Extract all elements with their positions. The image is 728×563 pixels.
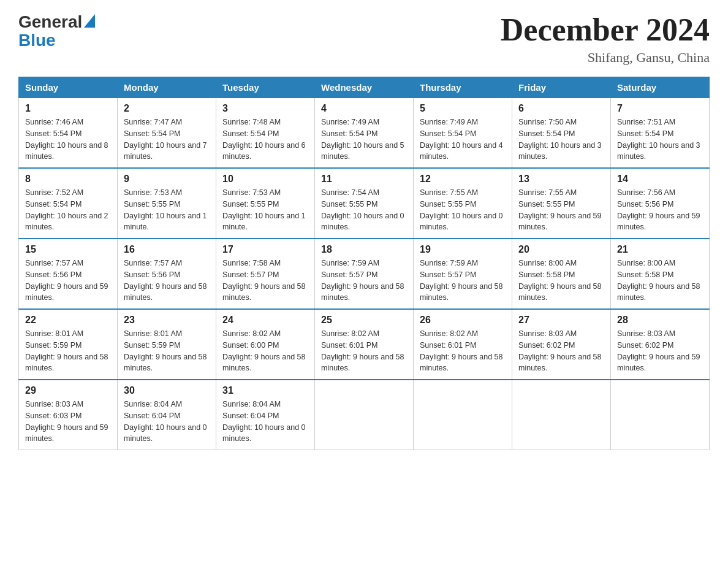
day-info: Sunrise: 7:59 AMSunset: 5:57 PMDaylight:… (321, 259, 404, 302)
calendar-cell: 18 Sunrise: 7:59 AMSunset: 5:57 PMDaylig… (315, 239, 414, 309)
calendar-cell (512, 380, 611, 450)
calendar-cell: 1 Sunrise: 7:46 AMSunset: 5:54 PMDayligh… (19, 98, 118, 169)
day-number: 9 (124, 174, 210, 185)
day-info: Sunrise: 7:46 AMSunset: 5:54 PMDaylight:… (25, 118, 108, 161)
day-info: Sunrise: 7:50 AMSunset: 5:54 PMDaylight:… (518, 118, 602, 161)
calendar-cell: 8 Sunrise: 7:52 AMSunset: 5:54 PMDayligh… (19, 168, 118, 239)
day-number: 18 (321, 244, 407, 255)
calendar-cell: 11 Sunrise: 7:54 AMSunset: 5:55 PMDaylig… (315, 168, 414, 239)
day-number: 12 (420, 174, 506, 185)
day-info: Sunrise: 7:53 AMSunset: 5:55 PMDaylight:… (222, 188, 306, 231)
logo: General Blue (18, 12, 95, 50)
page-header: General Blue December 2024 Shifang, Gans… (18, 12, 710, 66)
column-header-thursday: Thursday (414, 77, 512, 98)
day-info: Sunrise: 7:49 AMSunset: 5:54 PMDaylight:… (321, 118, 404, 161)
column-header-monday: Monday (118, 77, 216, 98)
day-number: 28 (617, 315, 703, 326)
day-info: Sunrise: 7:55 AMSunset: 5:55 PMDaylight:… (420, 188, 503, 231)
day-info: Sunrise: 8:04 AMSunset: 6:04 PMDaylight:… (124, 400, 207, 443)
day-number: 16 (124, 244, 210, 255)
day-number: 20 (518, 244, 604, 255)
calendar-cell: 13 Sunrise: 7:55 AMSunset: 5:55 PMDaylig… (512, 168, 611, 239)
day-info: Sunrise: 7:55 AMSunset: 5:55 PMDaylight:… (518, 188, 602, 231)
day-info: Sunrise: 7:57 AMSunset: 5:56 PMDaylight:… (124, 259, 207, 302)
calendar-cell: 20 Sunrise: 8:00 AMSunset: 5:58 PMDaylig… (512, 239, 611, 309)
title-section: December 2024 Shifang, Gansu, China (501, 12, 710, 66)
day-number: 21 (617, 244, 703, 255)
day-number: 29 (25, 385, 111, 396)
day-number: 23 (124, 315, 210, 326)
column-header-sunday: Sunday (19, 77, 118, 98)
calendar-cell: 10 Sunrise: 7:53 AMSunset: 5:55 PMDaylig… (216, 168, 315, 239)
day-info: Sunrise: 7:54 AMSunset: 5:55 PMDaylight:… (321, 188, 404, 231)
day-number: 7 (617, 103, 703, 114)
calendar-body: 1 Sunrise: 7:46 AMSunset: 5:54 PMDayligh… (19, 98, 710, 450)
day-number: 5 (420, 103, 506, 114)
day-number: 10 (222, 174, 308, 185)
day-info: Sunrise: 7:52 AMSunset: 5:54 PMDaylight:… (25, 188, 108, 231)
column-header-saturday: Saturday (611, 77, 710, 98)
calendar-cell (315, 380, 414, 450)
day-info: Sunrise: 8:00 AMSunset: 5:58 PMDaylight:… (617, 259, 700, 302)
day-info: Sunrise: 8:00 AMSunset: 5:58 PMDaylight:… (518, 259, 602, 302)
day-number: 19 (420, 244, 506, 255)
logo-general-text: General (18, 12, 82, 32)
calendar-cell: 28 Sunrise: 8:03 AMSunset: 6:02 PMDaylig… (611, 309, 710, 380)
calendar-cell: 15 Sunrise: 7:57 AMSunset: 5:56 PMDaylig… (19, 239, 118, 309)
column-header-friday: Friday (512, 77, 611, 98)
calendar-cell: 7 Sunrise: 7:51 AMSunset: 5:54 PMDayligh… (611, 98, 710, 169)
calendar-cell: 5 Sunrise: 7:49 AMSunset: 5:54 PMDayligh… (414, 98, 512, 169)
day-info: Sunrise: 7:59 AMSunset: 5:57 PMDaylight:… (420, 259, 503, 302)
calendar-cell: 14 Sunrise: 7:56 AMSunset: 5:56 PMDaylig… (611, 168, 710, 239)
calendar-cell: 16 Sunrise: 7:57 AMSunset: 5:56 PMDaylig… (118, 239, 216, 309)
day-number: 15 (25, 244, 111, 255)
day-info: Sunrise: 8:03 AMSunset: 6:02 PMDaylight:… (617, 329, 700, 372)
week-row-5: 29 Sunrise: 8:03 AMSunset: 6:03 PMDaylig… (19, 380, 710, 450)
day-number: 2 (124, 103, 210, 114)
day-number: 6 (518, 103, 604, 114)
day-number: 27 (518, 315, 604, 326)
day-info: Sunrise: 8:03 AMSunset: 6:02 PMDaylight:… (518, 329, 602, 372)
month-title: December 2024 (501, 12, 710, 47)
calendar-cell: 3 Sunrise: 7:48 AMSunset: 5:54 PMDayligh… (216, 98, 315, 169)
calendar-header: SundayMondayTuesdayWednesdayThursdayFrid… (19, 77, 710, 98)
day-info: Sunrise: 8:02 AMSunset: 6:01 PMDaylight:… (321, 329, 404, 372)
day-info: Sunrise: 7:57 AMSunset: 5:56 PMDaylight:… (25, 259, 108, 302)
calendar-cell: 9 Sunrise: 7:53 AMSunset: 5:55 PMDayligh… (118, 168, 216, 239)
calendar-cell: 25 Sunrise: 8:02 AMSunset: 6:01 PMDaylig… (315, 309, 414, 380)
logo-blue-text: Blue (18, 31, 56, 50)
day-number: 25 (321, 315, 407, 326)
day-number: 31 (222, 385, 308, 396)
week-row-3: 15 Sunrise: 7:57 AMSunset: 5:56 PMDaylig… (19, 239, 710, 309)
day-info: Sunrise: 8:01 AMSunset: 5:59 PMDaylight:… (25, 329, 108, 372)
day-number: 14 (617, 174, 703, 185)
day-info: Sunrise: 8:04 AMSunset: 6:04 PMDaylight:… (222, 400, 306, 443)
week-row-4: 22 Sunrise: 8:01 AMSunset: 5:59 PMDaylig… (19, 309, 710, 380)
day-number: 22 (25, 315, 111, 326)
calendar-cell: 17 Sunrise: 7:58 AMSunset: 5:57 PMDaylig… (216, 239, 315, 309)
day-number: 24 (222, 315, 308, 326)
day-number: 1 (25, 103, 111, 114)
calendar-cell: 30 Sunrise: 8:04 AMSunset: 6:04 PMDaylig… (118, 380, 216, 450)
calendar-cell: 2 Sunrise: 7:47 AMSunset: 5:54 PMDayligh… (118, 98, 216, 169)
day-number: 26 (420, 315, 506, 326)
calendar-cell: 21 Sunrise: 8:00 AMSunset: 5:58 PMDaylig… (611, 239, 710, 309)
column-header-tuesday: Tuesday (216, 77, 315, 98)
day-info: Sunrise: 7:58 AMSunset: 5:57 PMDaylight:… (222, 259, 306, 302)
day-info: Sunrise: 7:56 AMSunset: 5:56 PMDaylight:… (617, 188, 700, 231)
column-header-wednesday: Wednesday (315, 77, 414, 98)
calendar-cell: 24 Sunrise: 8:02 AMSunset: 6:00 PMDaylig… (216, 309, 315, 380)
day-number: 11 (321, 174, 407, 185)
day-number: 30 (124, 385, 210, 396)
calendar-cell (611, 380, 710, 450)
day-info: Sunrise: 8:03 AMSunset: 6:03 PMDaylight:… (25, 400, 108, 443)
calendar-cell: 27 Sunrise: 8:03 AMSunset: 6:02 PMDaylig… (512, 309, 611, 380)
calendar-cell: 26 Sunrise: 8:02 AMSunset: 6:01 PMDaylig… (414, 309, 512, 380)
day-number: 17 (222, 244, 308, 255)
day-info: Sunrise: 8:02 AMSunset: 6:00 PMDaylight:… (222, 329, 306, 372)
calendar-cell (414, 380, 512, 450)
day-number: 13 (518, 174, 604, 185)
day-number: 4 (321, 103, 407, 114)
logo-triangle-icon (84, 14, 95, 28)
day-info: Sunrise: 7:49 AMSunset: 5:54 PMDaylight:… (420, 118, 503, 161)
